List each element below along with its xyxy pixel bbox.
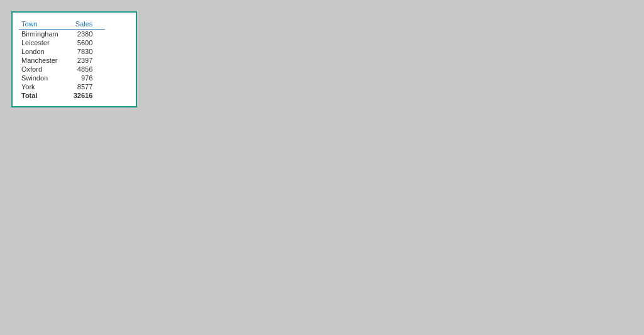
power-view-canvas[interactable]: Town Sales Birmingham 2380 Leicester 560… bbox=[0, 79, 386, 229]
table-total-row: Total 32616 bbox=[19, 91, 105, 100]
pv-table-container[interactable]: Town Sales Birmingham 2380 Leicester 560… bbox=[11, 79, 137, 107]
pv-inner: Town Sales Birmingham 2380 Leicester 560… bbox=[0, 79, 386, 229]
table-row: York 8577 bbox=[19, 82, 105, 91]
main-content: Town Sales Birmingham 2380 Leicester 560… bbox=[0, 79, 644, 229]
pv-data-table: Town Sales Birmingham 2380 Leicester 560… bbox=[19, 79, 105, 100]
